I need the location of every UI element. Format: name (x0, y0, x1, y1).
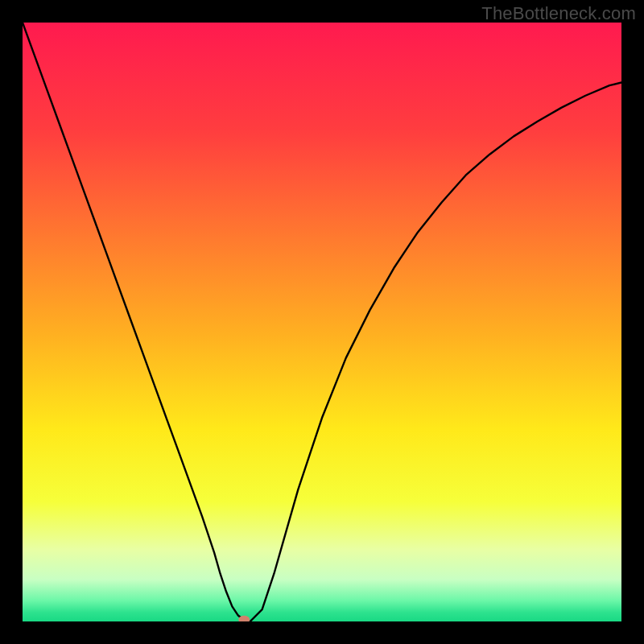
watermark-text: TheBottleneck.com (481, 3, 636, 24)
chart-svg (23, 23, 621, 621)
chart-background (23, 23, 621, 621)
chart-plot-area (23, 23, 621, 621)
chart-frame: TheBottleneck.com (0, 0, 644, 644)
